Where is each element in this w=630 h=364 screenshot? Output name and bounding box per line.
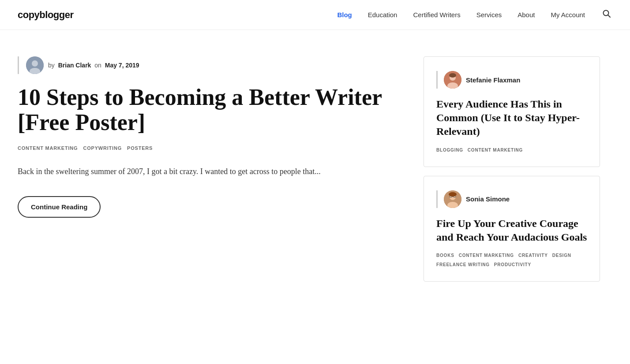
nav-services[interactable]: Services <box>476 11 502 19</box>
sidebar-tag-productivity[interactable]: PRODUCTIVITY <box>494 262 531 267</box>
svg-point-3 <box>32 60 38 67</box>
sidebar-tag-books[interactable]: BOOKS <box>436 253 454 258</box>
page-layout: by Brian Clark on May 7, 2019 10 Steps t… <box>0 30 630 308</box>
nav-about[interactable]: About <box>518 11 535 19</box>
nav-certified-writers[interactable]: Certified Writers <box>413 11 460 19</box>
nav-blog[interactable]: Blog <box>337 11 352 19</box>
tag-posters[interactable]: POSTERS <box>127 145 153 151</box>
sidebar-author-name-1[interactable]: Stefanie Flaxman <box>466 76 520 84</box>
svg-line-1 <box>608 15 610 17</box>
sidebar-card-1: Stefanie Flaxman Every Audience Has This… <box>424 56 600 167</box>
article-title[interactable]: 10 Steps to Becoming a Better Writer [Fr… <box>18 85 397 135</box>
sidebar-title-1[interactable]: Every Audience Has This in Common (Use I… <box>436 97 587 139</box>
sidebar-author-meta-2: Sonia Simone <box>436 190 587 208</box>
stefanie-flaxman-avatar-img <box>444 71 461 89</box>
by-label: by <box>48 62 55 69</box>
sidebar-tag-blogging[interactable]: BLOGGING <box>436 148 463 152</box>
author-name[interactable]: Brian Clark <box>58 62 91 69</box>
sidebar-tag-creativity[interactable]: CREATIVITY <box>518 253 548 258</box>
sidebar-avatar-1 <box>444 71 461 89</box>
sidebar-author-meta-1: Stefanie Flaxman <box>436 71 587 89</box>
sonia-simone-avatar-img <box>444 190 461 208</box>
sidebar-tag-freelance-writing[interactable]: FREELANCE WRITING <box>436 262 490 267</box>
sidebar-card-2: Sonia Simone Fire Up Your Creative Coura… <box>424 176 600 282</box>
site-logo[interactable]: copyblogger <box>18 9 74 21</box>
svg-point-8 <box>449 73 456 78</box>
search-button[interactable] <box>601 8 612 22</box>
sidebar: Stefanie Flaxman Every Audience Has This… <box>424 56 600 290</box>
sidebar-title-2[interactable]: Fire Up Your Creative Courage and Reach … <box>436 217 587 244</box>
sidebar-tags-1: BLOGGING CONTENT MARKETING <box>436 148 587 152</box>
tag-copywriting[interactable]: COPYWRITING <box>83 145 122 151</box>
continue-reading-button[interactable]: Continue Reading <box>18 196 101 218</box>
article-date: May 7, 2019 <box>105 62 139 69</box>
article-meta: by Brian Clark on May 7, 2019 <box>18 56 397 74</box>
tag-content-marketing[interactable]: CONTENT MARKETING <box>18 145 78 151</box>
brian-clark-avatar-img <box>26 56 44 74</box>
sidebar-tag-content-marketing-2[interactable]: CONTENT MARKETING <box>459 253 514 258</box>
main-content: by Brian Clark on May 7, 2019 10 Steps t… <box>18 56 397 290</box>
search-icon <box>603 10 611 18</box>
svg-point-15 <box>449 192 457 197</box>
sidebar-tag-content-marketing-1[interactable]: CONTENT MARKETING <box>468 148 523 152</box>
on-label: on <box>94 62 101 69</box>
nav-education[interactable]: Education <box>368 11 398 19</box>
site-header: copyblogger Blog Education Certified Wri… <box>0 0 630 30</box>
sidebar-author-name-2[interactable]: Sonia Simone <box>466 195 510 203</box>
sidebar-avatar-2 <box>444 190 461 208</box>
article-tags: CONTENT MARKETING COPYWRITING POSTERS <box>18 145 397 151</box>
article-excerpt: Back in the sweltering summer of 2007, I… <box>18 165 397 178</box>
nav-my-account[interactable]: My Account <box>551 11 585 19</box>
author-avatar <box>26 56 44 74</box>
article-meta-text: by Brian Clark on May 7, 2019 <box>48 62 139 69</box>
sidebar-tags-2: BOOKS CONTENT MARKETING CREATIVITY DESIG… <box>436 253 587 267</box>
sidebar-tag-design[interactable]: DESIGN <box>552 253 571 258</box>
main-nav: Blog Education Certified Writers Service… <box>337 8 612 22</box>
